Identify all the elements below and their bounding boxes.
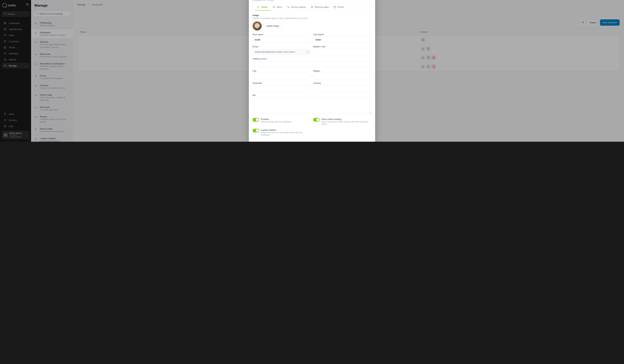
bio-input[interactable] — [253, 97, 371, 114]
loyalty-toggle[interactable] — [253, 129, 259, 132]
enabled-toggle-label: Enabled — [261, 118, 291, 121]
online-toggle-desc: Allow customers to book services with th… — [321, 121, 371, 125]
country-label: Country — [313, 82, 371, 84]
email-label: Email — [253, 45, 311, 48]
bio-label: Bio — [253, 94, 371, 97]
first-name-label: First name — [253, 33, 311, 36]
last-name-label: Last Name — [313, 33, 371, 36]
loyalty-toggle-label: Loyalty enabled — [261, 129, 311, 131]
tab-scroll-right[interactable] — [369, 4, 373, 10]
update-image-button[interactable]: Update Image — [264, 24, 281, 28]
bell-icon — [272, 6, 275, 8]
address1-input[interactable] — [253, 61, 371, 67]
modal-overlay: Eddie Veder Employee ID: 174280 Details … — [0, 0, 624, 142]
postcode-input[interactable] — [253, 85, 311, 91]
employee-modal: Eddie Veder Employee ID: 174280 Details … — [249, 0, 375, 142]
online-booking-toggle[interactable] — [313, 118, 320, 121]
image-section-title: Image — [253, 14, 371, 17]
online-toggle-label: Allow online booking — [321, 118, 371, 121]
edit-email-icon[interactable] — [307, 50, 309, 53]
calendar-icon — [334, 6, 336, 8]
address1-label: Address Line 1 — [253, 57, 371, 60]
modal-subtitle: Employee ID: 174280 — [253, 0, 274, 1]
region-input[interactable] — [313, 73, 371, 79]
svg-point-54 — [287, 6, 288, 7]
svg-rect-58 — [334, 6, 336, 8]
mobile-input[interactable] — [313, 49, 371, 55]
city-label: City — [253, 70, 311, 72]
country-input[interactable] — [313, 85, 371, 91]
tools-icon — [287, 6, 289, 8]
tab-roster[interactable]: Roster — [331, 4, 346, 10]
enabled-toggle-desc: Allow bookings with this employee — [261, 121, 291, 123]
chevron-right-icon — [370, 6, 373, 9]
city-input[interactable] — [253, 73, 311, 79]
mobile-label: Mobile / Cell — [313, 45, 371, 48]
tab-service-options[interactable]: Service options — [285, 4, 308, 10]
pencil-icon — [257, 6, 260, 8]
compress-icon — [311, 6, 313, 8]
employee-avatar — [253, 22, 262, 30]
email-input[interactable] — [253, 49, 311, 55]
image-section-desc: Visible in manager apps on your online b… — [253, 17, 371, 19]
last-name-input[interactable] — [313, 37, 371, 43]
region-label: Region — [313, 70, 371, 72]
postcode-label: Postcode — [253, 82, 311, 84]
tab-minimise-gaps[interactable]: Minimise gaps — [308, 4, 331, 10]
first-name-input[interactable] — [253, 37, 311, 43]
loyalty-toggle-desc: Allow customers to earn loyalty points w… — [261, 131, 311, 136]
tab-alerts[interactable]: Alerts — [270, 4, 285, 10]
tab-scroll-left[interactable] — [251, 4, 255, 10]
enabled-toggle[interactable] — [253, 118, 259, 121]
tab-details[interactable]: Details — [255, 4, 270, 10]
chevron-left-icon — [251, 6, 254, 9]
